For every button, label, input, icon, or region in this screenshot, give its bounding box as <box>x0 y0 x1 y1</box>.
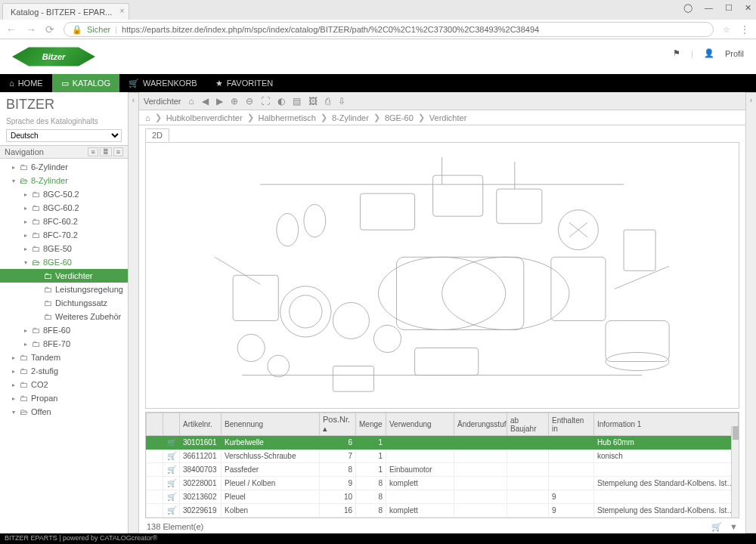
col-enthalten[interactable]: Enthalten in <box>549 413 594 436</box>
user-icon[interactable]: 👤 <box>704 48 714 58</box>
svg-point-13 <box>333 303 370 339</box>
tree-item[interactable]: ▸🗀CO2 <box>0 378 128 391</box>
forward-icon[interactable]: ▶ <box>216 96 223 107</box>
folder-icon: 🗀 <box>20 162 28 172</box>
zoom-out-icon[interactable]: ⊖ <box>246 96 253 107</box>
back-icon[interactable]: ◀ <box>202 96 209 107</box>
collapse-left[interactable]: ‹ <box>129 92 139 533</box>
tree-item[interactable]: ▸🗀8GC-50.2 <box>0 187 128 201</box>
exploded-view[interactable] <box>145 142 739 409</box>
collapse-right[interactable]: › <box>745 92 756 533</box>
tree-item[interactable]: ▸🗀8FC-70.2 <box>0 228 128 242</box>
url-input[interactable]: 🔒 Sicher | https://eparts.bitzer.de/inde… <box>64 22 714 37</box>
svg-point-12 <box>304 205 326 237</box>
nav-favoriten[interactable]: ★FAVORITEN <box>206 74 283 92</box>
breadcrumb-item[interactable]: Hubkolbenverdichter <box>166 113 243 122</box>
fit-icon[interactable]: ⛶ <box>261 96 270 107</box>
col-menge[interactable]: Menge <box>356 413 386 436</box>
minimize-icon[interactable]: — <box>705 3 713 13</box>
table-row[interactable]: 🛒38400703Passfeder81Einbaumotor <box>147 463 739 477</box>
reload-icon[interactable]: ⟳ <box>45 23 54 36</box>
layers-icon[interactable]: ▤ <box>293 96 301 107</box>
folder-icon: 🗁 <box>20 176 28 185</box>
add-cart-icon[interactable]: 🛒 <box>163 436 180 450</box>
tree-item[interactable]: ▸🗀8FE-70 <box>0 337 128 351</box>
add-cart-icon[interactable]: 🛒 <box>163 463 180 477</box>
sidebar-title: BITZER <box>0 92 128 117</box>
nav-warenkorb[interactable]: 🛒WARENKORB <box>119 74 206 92</box>
svg-rect-20 <box>333 366 374 392</box>
breadcrumb-item[interactable]: Halbhermetisch <box>259 113 316 122</box>
browser-tab[interactable]: Katalog - BITZER - EPAR... × <box>2 3 129 20</box>
nav-home[interactable]: ⌂HOME <box>0 74 52 92</box>
tree-item[interactable]: ▾🗁Offen <box>0 405 128 419</box>
forward-icon[interactable]: → <box>26 23 36 36</box>
add-cart-icon[interactable]: 🛒 <box>163 504 180 518</box>
tree-item[interactable]: ▸🗀8GC-60.2 <box>0 201 128 215</box>
tree-item[interactable]: ▸🗀2-stufig <box>0 364 128 378</box>
tree-label: 8FC-60.2 <box>43 217 78 226</box>
tree-item[interactable]: ▸🗀8GE-50 <box>0 242 128 255</box>
user-icon[interactable]: ◯ <box>683 3 692 13</box>
table-row[interactable]: 🛒30228001Pleuel / Kolben98komplettStempe… <box>147 477 739 490</box>
profile-link[interactable]: Profil <box>725 49 744 58</box>
breadcrumb-item[interactable]: 8GE-60 <box>385 113 414 122</box>
tree-item[interactable]: ▸🗀8FC-60.2 <box>0 215 128 228</box>
expand-icon[interactable]: ≡ <box>88 147 98 156</box>
col-artikelnr[interactable]: Artikelnr. <box>180 413 222 436</box>
tree-item[interactable]: ▾🗁8GE-60 <box>0 255 128 269</box>
close-icon[interactable]: × <box>119 7 124 15</box>
print-icon[interactable]: ⎙ <box>325 96 330 107</box>
tree-label: Weiteres Zubehör <box>55 312 121 321</box>
maximize-icon[interactable]: ☐ <box>725 3 733 13</box>
image-icon[interactable]: 🖾 <box>308 96 318 107</box>
tree-item[interactable]: 🗀Verdichter <box>0 269 128 283</box>
scrollbar[interactable] <box>731 426 739 518</box>
add-cart-icon[interactable]: 🛒 <box>163 490 180 504</box>
close-window-icon[interactable]: ✕ <box>745 3 751 13</box>
bookmark-icon[interactable]: ☆ <box>723 25 730 35</box>
filter-icon[interactable]: ▼ <box>730 522 738 532</box>
home-icon[interactable]: ⌂ <box>145 113 150 122</box>
tree-item[interactable]: ▸🗀6-Zylinder <box>0 160 128 174</box>
col-benennung[interactable]: Benennung <box>222 413 320 436</box>
col-baujahr[interactable]: ab Baujahr <box>507 413 549 436</box>
main-nav: ⌂HOME ▭KATALOG 🛒WARENKORB ★FAVORITEN <box>0 74 756 92</box>
menu-icon[interactable]: ⋮ <box>739 23 750 36</box>
collapse-icon[interactable]: ≡ <box>113 147 123 156</box>
tree-item[interactable]: ▾🗁8-Zylinder <box>0 174 128 187</box>
zoom-in-icon[interactable]: ⊕ <box>231 96 238 107</box>
table-row[interactable]: 🛒30213602Pleuel1089 <box>147 490 739 504</box>
table-row[interactable]: 🛒30101601Kurbelwelle61Hub 60mm <box>147 436 739 450</box>
add-cart-icon[interactable]: 🛒 <box>163 450 180 463</box>
flag-icon[interactable]: ⚑ <box>673 48 680 58</box>
list-icon[interactable]: ≣ <box>100 147 112 156</box>
breadcrumb-item[interactable]: Verdichter <box>429 113 467 122</box>
tree-item[interactable]: ▸🗀Tandem <box>0 351 128 364</box>
svg-rect-6 <box>606 321 669 362</box>
nav-section-header: Navigation ≡ ≣ ≡ <box>0 145 128 159</box>
tree-item[interactable]: 🗀Weiteres Zubehör <box>0 310 128 323</box>
tree-item[interactable]: 🗀Leistungsregelung <box>0 283 128 296</box>
cart-icon[interactable]: 🛒 <box>711 522 722 532</box>
col-info[interactable]: Information 1 <box>594 413 739 436</box>
contrast-icon[interactable]: ◐ <box>277 96 285 107</box>
col-aenderung[interactable]: Änderungsstufe <box>454 413 507 436</box>
col-verwendung[interactable]: Verwendung <box>386 413 454 436</box>
tree-item[interactable]: ▸🗀Propan <box>0 391 128 405</box>
table-row[interactable]: 🛒30229619Kolben168komplett9Stempelung de… <box>147 504 739 518</box>
breadcrumb-item[interactable]: 8-Zylinder <box>332 113 369 122</box>
tree-item[interactable]: 🗀Dichtungssatz <box>0 296 128 310</box>
brand-logo[interactable]: Bitzer <box>12 43 95 70</box>
download-icon[interactable]: ⇩ <box>338 96 345 107</box>
back-icon[interactable]: ← <box>6 23 17 36</box>
tab-2d[interactable]: 2D <box>145 128 169 142</box>
tree-label: 8FE-60 <box>43 326 70 335</box>
home-icon[interactable]: ⌂ <box>189 96 194 107</box>
add-cart-icon[interactable]: 🛒 <box>163 477 180 490</box>
table-row[interactable]: 🛒36611201Verschluss-Schraube71konisch <box>147 450 739 463</box>
language-select[interactable]: Deutsch <box>6 129 122 142</box>
tree-item[interactable]: ▸🗀8FE-60 <box>0 323 128 337</box>
nav-katalog[interactable]: ▭KATALOG <box>52 74 119 92</box>
col-posnr[interactable]: Pos.Nr. ▴ <box>320 413 356 436</box>
